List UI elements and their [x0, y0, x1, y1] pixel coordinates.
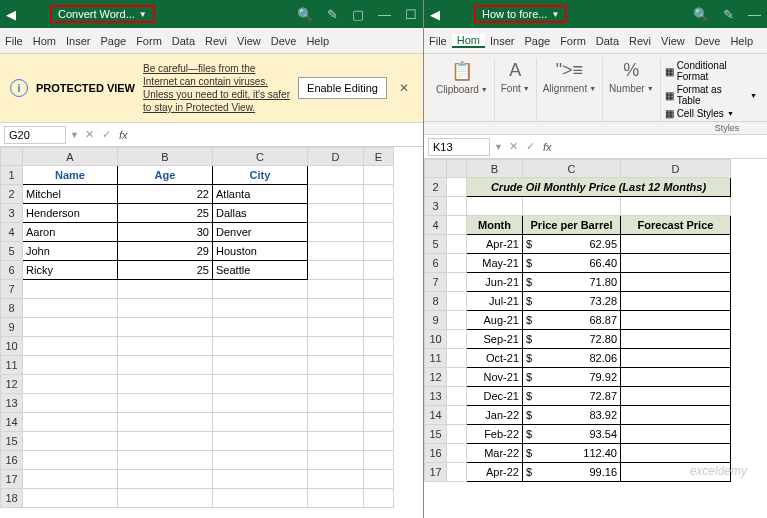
search-icon[interactable]: 🔍	[693, 7, 709, 22]
cell[interactable]	[23, 451, 118, 470]
row-header[interactable]: 5	[1, 242, 23, 261]
conditional-format-button[interactable]: ▦Conditional Format	[665, 60, 757, 82]
cell[interactable]	[364, 280, 394, 299]
row-header[interactable]: 17	[425, 463, 447, 482]
cell[interactable]	[364, 337, 394, 356]
cell[interactable]	[447, 330, 467, 349]
menu-data[interactable]: Data	[167, 35, 200, 47]
col-header[interactable]: D	[308, 148, 364, 166]
cell[interactable]	[213, 299, 308, 318]
cancel-formula-icon[interactable]: ✕	[85, 128, 94, 141]
row-header[interactable]: 6	[425, 254, 447, 273]
col-header[interactable]: E	[364, 148, 394, 166]
cell[interactable]	[308, 280, 364, 299]
cell[interactable]	[364, 166, 394, 185]
menu-insert[interactable]: Inser	[485, 35, 519, 47]
ribbon-group-clipboard[interactable]: 📋 Clipboard▼	[430, 58, 495, 121]
cell[interactable]	[308, 299, 364, 318]
menu-developer[interactable]: Deve	[266, 35, 302, 47]
row-header[interactable]: 5	[425, 235, 447, 254]
cell[interactable]	[621, 235, 731, 254]
cell[interactable]	[447, 349, 467, 368]
cell[interactable]: $72.80	[523, 330, 621, 349]
cell[interactable]: Forecast Price	[621, 216, 731, 235]
menu-home[interactable]: Hom	[28, 35, 61, 47]
row-header[interactable]: 1	[1, 166, 23, 185]
row-header[interactable]: 15	[1, 432, 23, 451]
cell[interactable]	[118, 394, 213, 413]
cell-styles-button[interactable]: ▦Cell Styles▼	[665, 108, 757, 119]
cell[interactable]	[308, 337, 364, 356]
menu-page[interactable]: Page	[95, 35, 131, 47]
cell[interactable]	[364, 451, 394, 470]
cell[interactable]: $72.87	[523, 387, 621, 406]
accept-formula-icon[interactable]: ✓	[102, 128, 111, 141]
select-all-corner[interactable]	[1, 148, 23, 166]
chevron-down-icon[interactable]: ▼	[647, 85, 654, 92]
cell[interactable]	[118, 413, 213, 432]
menu-view[interactable]: View	[656, 35, 690, 47]
alignment-icon[interactable]: ">≡	[556, 60, 583, 81]
cell[interactable]	[621, 406, 731, 425]
cell[interactable]: Sep-21	[467, 330, 523, 349]
title-cell[interactable]: Crude Oil Monthly Price (Last 12 Months)	[467, 178, 731, 197]
cell[interactable]	[308, 470, 364, 489]
cell[interactable]	[23, 432, 118, 451]
ribbon-group-font[interactable]: A Font▼	[495, 58, 537, 121]
number-icon[interactable]: %	[623, 60, 639, 81]
cell[interactable]: 25	[118, 261, 213, 280]
cell[interactable]	[23, 318, 118, 337]
cell[interactable]: $83.92	[523, 406, 621, 425]
cell[interactable]: Name	[23, 166, 118, 185]
cell[interactable]	[118, 318, 213, 337]
cell[interactable]	[364, 413, 394, 432]
row-header[interactable]: 12	[425, 368, 447, 387]
cell[interactable]	[364, 299, 394, 318]
menu-insert[interactable]: Inser	[61, 35, 95, 47]
ribbon-group-number[interactable]: % Number▼	[603, 58, 661, 121]
row-header[interactable]: 13	[1, 394, 23, 413]
cell[interactable]	[308, 489, 364, 508]
menu-view[interactable]: View	[232, 35, 266, 47]
cell[interactable]	[621, 368, 731, 387]
cell[interactable]: Aug-21	[467, 311, 523, 330]
row-header[interactable]: 16	[1, 451, 23, 470]
cell[interactable]	[523, 197, 621, 216]
font-icon[interactable]: A	[509, 60, 521, 81]
menu-help[interactable]: Help	[301, 35, 334, 47]
cell[interactable]	[213, 337, 308, 356]
cell[interactable]: 30	[118, 223, 213, 242]
cell[interactable]	[447, 273, 467, 292]
cell[interactable]	[364, 375, 394, 394]
row-header[interactable]: 11	[425, 349, 447, 368]
cell[interactable]	[23, 375, 118, 394]
cell[interactable]: Apr-22	[467, 463, 523, 482]
cell[interactable]	[23, 356, 118, 375]
cell[interactable]: Atlanta	[213, 185, 308, 204]
cell[interactable]: Month	[467, 216, 523, 235]
cell[interactable]: $66.40	[523, 254, 621, 273]
cell[interactable]: Dec-21	[467, 387, 523, 406]
col-header[interactable]: B	[118, 148, 213, 166]
cell[interactable]	[213, 318, 308, 337]
cell[interactable]	[364, 242, 394, 261]
cell[interactable]	[23, 280, 118, 299]
cell[interactable]	[364, 204, 394, 223]
spreadsheet-grid[interactable]: B C D 2 Crude Oil Monthly Price (Last 12…	[424, 159, 767, 518]
cell[interactable]	[213, 394, 308, 413]
cell[interactable]	[308, 242, 364, 261]
row-header[interactable]: 14	[425, 406, 447, 425]
row-header[interactable]: 7	[1, 280, 23, 299]
cell[interactable]: Houston	[213, 242, 308, 261]
cell[interactable]	[621, 273, 731, 292]
cell[interactable]	[621, 254, 731, 273]
menu-developer[interactable]: Deve	[690, 35, 726, 47]
window-icon[interactable]: ▢	[352, 7, 364, 22]
chevron-down-icon[interactable]: ▼	[523, 85, 530, 92]
cell[interactable]: $112.40	[523, 444, 621, 463]
cell[interactable]	[467, 197, 523, 216]
cell[interactable]	[213, 432, 308, 451]
row-header[interactable]: 18	[1, 489, 23, 508]
spreadsheet-grid[interactable]: A B C D E 1 Name Age City 2 Mitchel 22 A…	[0, 147, 423, 518]
cell[interactable]	[621, 330, 731, 349]
